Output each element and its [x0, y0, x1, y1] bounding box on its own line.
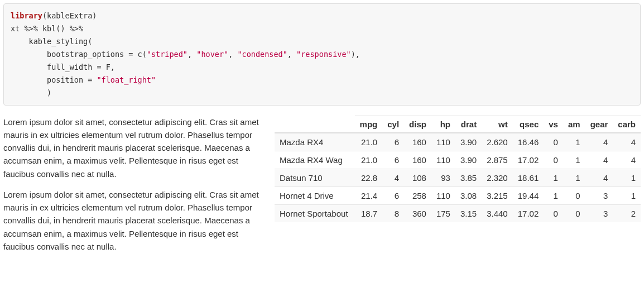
table-cell: 3.440	[482, 204, 513, 222]
table-cell: 4	[613, 151, 641, 169]
table-cell: 3.90	[455, 151, 482, 169]
table-cell: 3.08	[455, 186, 482, 204]
code-block: library(kableExtra) xt %>% kbl() %>% kab…	[3, 3, 641, 106]
table-cell: 3.215	[482, 186, 513, 204]
table-row: Datsun 71022.84108933.852.32018.611141	[275, 169, 641, 186]
table-header: cyl	[382, 116, 404, 133]
table-cell: 360	[404, 204, 431, 222]
table-cell: 2	[613, 204, 641, 222]
table-cell: 160	[404, 151, 431, 169]
code-text: xt %>% kbl() %>%	[11, 24, 83, 33]
table-header: vs	[544, 116, 563, 133]
table-cell: 4	[585, 169, 613, 186]
table-cell: 16.46	[513, 133, 544, 151]
table-cell: 21.0	[355, 151, 383, 169]
table-cell: 0	[544, 133, 563, 151]
code-text: ,	[188, 50, 196, 59]
table-cell: 2.875	[482, 151, 513, 169]
table-cell: 4	[585, 151, 613, 169]
table-header: wt	[482, 116, 513, 133]
table-cell: 6	[382, 151, 404, 169]
table-cell: 0	[563, 204, 585, 222]
table-cell: 1	[563, 151, 585, 169]
table-header: qsec	[513, 116, 544, 133]
table-cell: 2.620	[482, 133, 513, 151]
data-table: mpg cyl disp hp drat wt qsec vs am gear …	[275, 116, 641, 222]
table-header: am	[563, 116, 585, 133]
table-cell: 160	[404, 133, 431, 151]
table-header: drat	[455, 116, 482, 133]
table-cell: 110	[431, 133, 455, 151]
code-text: ),	[351, 50, 360, 59]
table-row: Hornet 4 Drive21.462581103.083.21519.441…	[275, 186, 641, 204]
table-cell: 17.02	[513, 151, 544, 169]
table-cell: 1	[563, 133, 585, 151]
table-cell: 4	[613, 133, 641, 151]
code-text: )	[11, 88, 51, 97]
table-cell: 0	[563, 186, 585, 204]
table-cell: 258	[404, 186, 431, 204]
row-name: Hornet 4 Drive	[275, 186, 355, 204]
code-text: full_width = F,	[11, 63, 115, 71]
content-area: mpg cyl disp hp drat wt qsec vs am gear …	[3, 116, 641, 253]
table-header: hp	[431, 116, 455, 133]
table-cell: 1	[563, 169, 585, 186]
table-cell: 6	[382, 133, 404, 151]
code-string: "striped"	[147, 50, 188, 59]
table-row: Hornet Sportabout18.783601753.153.44017.…	[275, 204, 641, 222]
row-name: Mazda RX4 Wag	[275, 151, 355, 169]
table-cell: 1	[613, 169, 641, 186]
code-string: "float_right"	[97, 75, 156, 84]
code-text: position =	[11, 75, 97, 84]
table-cell: 175	[431, 204, 455, 222]
table-cell: 1	[544, 186, 563, 204]
code-text: ,	[228, 50, 237, 59]
code-string: "responsive"	[296, 50, 351, 59]
table-cell: 3	[585, 204, 613, 222]
code-keyword: library	[11, 11, 42, 20]
code-text: (kableExtra)	[42, 11, 97, 20]
table-cell: 108	[404, 169, 431, 186]
table-cell: 4	[382, 169, 404, 186]
table-header: gear	[585, 116, 613, 133]
code-text: bootstrap_options = c(	[11, 50, 147, 59]
code-string: "condensed"	[237, 50, 287, 59]
table-cell: 21.4	[355, 186, 383, 204]
row-name: Hornet Sportabout	[275, 204, 355, 222]
table-row: Mazda RX4 Wag21.061601103.902.87517.0201…	[275, 151, 641, 169]
table-header-blank	[275, 116, 355, 133]
table-cell: 0	[544, 204, 563, 222]
table-cell: 21.0	[355, 133, 383, 151]
table-cell: 3.85	[455, 169, 482, 186]
table-cell: 18.7	[355, 204, 383, 222]
table-cell: 110	[431, 186, 455, 204]
table-cell: 2.320	[482, 169, 513, 186]
row-name: Mazda RX4	[275, 133, 355, 151]
code-text: kable_styling(	[11, 37, 92, 46]
table-cell: 3.15	[455, 204, 482, 222]
table-cell: 6	[382, 186, 404, 204]
table-cell: 18.61	[513, 169, 544, 186]
table-body: Mazda RX421.061601103.902.62016.460144Ma…	[275, 133, 641, 222]
table-cell: 3.90	[455, 133, 482, 151]
table-row: Mazda RX421.061601103.902.62016.460144	[275, 133, 641, 151]
table-cell: 3	[585, 186, 613, 204]
table-cell: 93	[431, 169, 455, 186]
table-cell: 110	[431, 151, 455, 169]
table-cell: 1	[544, 169, 563, 186]
table-cell: 0	[544, 151, 563, 169]
table-cell: 22.8	[355, 169, 383, 186]
code-string: "hover"	[196, 50, 228, 59]
table-header: carb	[613, 116, 641, 133]
table-cell: 8	[382, 204, 404, 222]
table-header: mpg	[355, 116, 383, 133]
table-cell: 17.02	[513, 204, 544, 222]
row-name: Datsun 710	[275, 169, 355, 186]
table-cell: 1	[613, 186, 641, 204]
code-text: ,	[287, 50, 296, 59]
table-cell: 19.44	[513, 186, 544, 204]
table-header-row: mpg cyl disp hp drat wt qsec vs am gear …	[275, 116, 641, 133]
table-cell: 4	[585, 133, 613, 151]
table-header: disp	[404, 116, 431, 133]
